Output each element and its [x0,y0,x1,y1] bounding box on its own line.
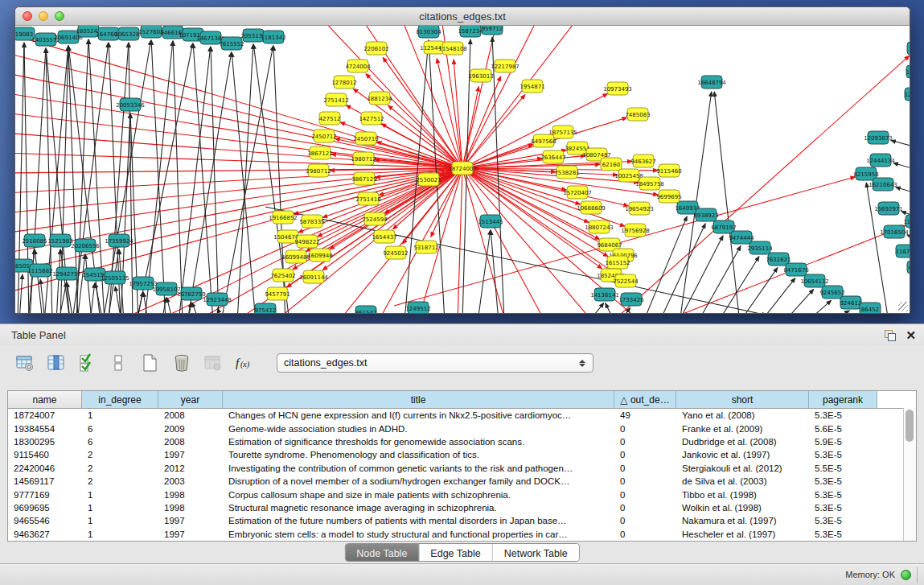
graph-node[interactable]: 9498222 [294,235,319,248]
graph-node[interactable]: 7522544 [613,274,639,287]
graph-node[interactable]: 1609948 [307,249,332,262]
graph-node[interactable]: 959712 [482,26,503,35]
graph-node[interactable]: 7538281 [554,166,579,179]
column-header-outde[interactable]: △ out_de… [614,391,676,408]
column-header-pagerank[interactable]: pagerank [809,391,877,408]
graph-node[interactable]: 4724004 [345,60,371,72]
graph-node[interactable]: 18495758 [635,177,664,190]
graph-node[interactable]: 9457791 [265,287,290,300]
tab-node-table[interactable]: Node Table [345,544,419,561]
close-window-button[interactable] [23,11,32,21]
graph-node[interactable]: 15720407 [563,186,592,199]
graph-node[interactable]: 67712 [907,261,910,274]
graph-node[interactable]: 1427512 [359,112,384,125]
graph-node[interactable]: 86452 [860,303,881,313]
graph-node[interactable]: 10973493 [603,82,632,95]
graph-node[interactable]: 1181342 [261,31,285,43]
table-row[interactable]: 977716911998Corpus callosum shape and si… [8,488,916,501]
table-selector-dropdown[interactable]: citations_edges.txt [277,353,593,373]
graph-node[interactable]: 8130304 [416,26,441,38]
graph-node[interactable]: 12923448 [203,293,232,306]
tab-edge-table[interactable]: Edge Table [419,544,492,561]
graph-node[interactable]: 1654437 [372,230,396,243]
float-panel-icon[interactable] [885,330,896,341]
close-panel-icon[interactable]: ✕ [906,330,916,341]
window-resize-grip[interactable] [898,302,908,311]
graph-node[interactable]: 16091144 [299,270,328,283]
graph-node[interactable]: 1615152 [605,256,630,269]
change-table-mode-icon[interactable] [14,352,35,373]
show-columns-icon[interactable] [46,352,67,373]
graph-node[interactable]: 7625402 [270,269,295,282]
graph-node[interactable]: 9245012 [383,246,408,259]
graph-node[interactable]: 3867121 [307,146,332,159]
graph-node[interactable]: 1954871 [519,80,544,93]
graph-node[interactable]: 3867129 [351,172,376,185]
table-row[interactable]: 1830029562008Estimation of significance … [8,435,916,448]
graph-node[interactable]: 1881234 [367,92,392,105]
graph-node[interactable]: 2516085 [22,234,47,247]
graph-node[interactable]: 122105 [905,88,910,101]
select-all-check-icon[interactable] [77,352,98,373]
table-row[interactable]: 969969511998Structural magnetic resonanc… [8,501,916,514]
graph-node[interactable]: 18807243 [585,220,614,233]
graph-node[interactable]: 2751418 [355,192,380,205]
graph-node[interactable]: 12217987 [491,60,519,72]
table-row[interactable]: 2242004622012Investigating the contribut… [8,462,916,475]
graph-node[interactable]: 6497568 [531,134,556,147]
graph-node[interactable]: 12444134 [866,154,895,167]
graph-node[interactable]: 164312 [906,65,910,78]
graph-node[interactable]: 12505135 [101,271,129,284]
graph-node[interactable]: 1733426 [618,293,644,306]
graph-node[interactable]: 10688609 [577,201,606,214]
graph-node[interactable]: 1249512 [405,302,430,313]
table-row[interactable]: 1456911722003Disruption of a novel membe… [8,475,916,488]
graph-node[interactable]: 20053346 [116,98,145,111]
graph-node[interactable]: 1963013 [468,69,493,82]
delete-table-icon[interactable] [203,352,224,373]
graph-node[interactable]: 427512 [319,112,341,125]
graph-node[interactable]: 9463627 [630,154,655,167]
delete-column-icon[interactable] [171,352,192,373]
table-row[interactable]: 946554611997Estimation of the future num… [8,514,916,527]
column-header-year[interactable]: year [158,391,223,408]
table-vertical-scrollbar[interactable] [903,408,916,541]
graph-node[interactable]: 62160 [601,158,622,171]
graph-node[interactable]: 12093873 [864,131,893,144]
minimize-window-button[interactable] [39,11,48,21]
graph-node[interactable]: 2751412 [323,93,348,106]
graph-node[interactable]: 1980712 [351,152,376,165]
graph-node[interactable]: 16099489 [281,250,310,263]
graph-node[interactable]: 5878335 [299,215,324,228]
graph-node[interactable]: 861542 [355,306,377,313]
graph-node[interactable]: 15692971 [874,202,903,215]
graph-node[interactable]: 5318712 [413,241,438,253]
graph-node[interactable]: 11548108 [438,42,467,55]
network-view[interactable]: 1908314035572206914061805245164760110653… [15,26,910,313]
table-row[interactable]: 911546021997Tourette syndrome. Phenomeno… [8,448,916,461]
tab-network-table[interactable]: Network Table [493,544,579,561]
network-window-titlebar[interactable]: citations_edges.txt [15,7,910,26]
graph-node[interactable]: 2636447 [540,150,565,163]
graph-node[interactable]: 2530021 [416,173,441,186]
graph-node[interactable]: 1115682 [27,264,52,277]
column-header-title[interactable]: title [223,391,614,408]
unselect-all-icon[interactable] [109,352,129,373]
graph-node[interactable]: 12942757 [52,267,81,280]
graph-node[interactable]: 15958 [907,42,910,55]
graph-node[interactable]: 17359924 [105,234,133,247]
graph-node[interactable]: 2935114 [747,241,773,254]
graph-node[interactable]: 2980712 [306,164,331,177]
graph-node[interactable]: 2206102 [363,42,388,55]
graph-node[interactable]: 16210643 [869,178,897,191]
graph-node[interactable]: 16782759 [177,287,206,300]
function-builder-icon[interactable]: f(x) [234,352,255,373]
graph-node[interactable]: 9245652 [819,286,844,299]
graph-node[interactable]: 924612 [840,296,862,309]
zoom-window-button[interactable] [55,11,64,21]
graph-node[interactable]: 1278012 [331,76,356,89]
create-new-column-icon[interactable] [140,352,161,373]
graph-node[interactable]: 1521983 [47,234,72,247]
graph-node[interactable]: 1587234 [458,26,483,37]
table-row[interactable]: 1938455462009Genome-wide association stu… [8,422,916,435]
